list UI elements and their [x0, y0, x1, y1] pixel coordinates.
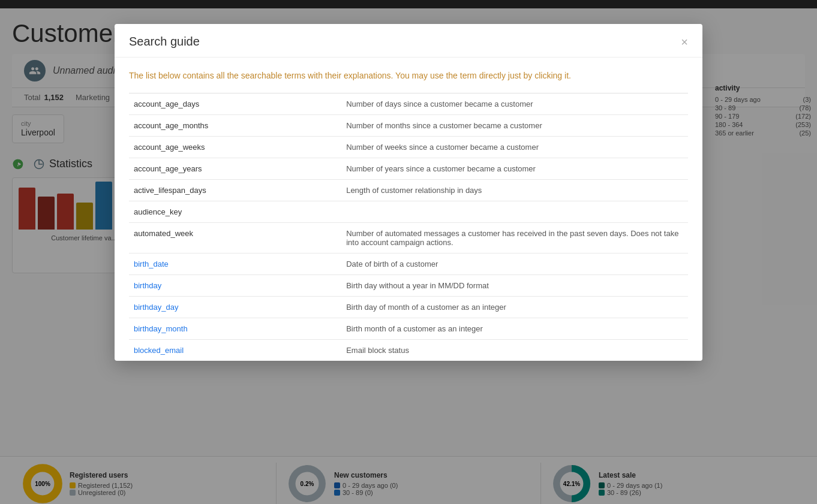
search-term-row: audience_key [129, 201, 688, 223]
modal-overlay: Search guide × The list below contains a… [0, 0, 817, 504]
search-description: Email block status [341, 340, 688, 361]
search-term-row: account_age_monthsNumber of months since… [129, 115, 688, 137]
search-term[interactable]: blocked_email [129, 340, 341, 361]
search-term-row: automated_weekNumber of automated messag… [129, 223, 688, 253]
search-description: Number of automated messages a customer … [341, 223, 688, 253]
modal-header: Search guide × [115, 24, 702, 58]
search-guide-modal: Search guide × The list below contains a… [115, 24, 702, 361]
search-term: active_lifespan_days [129, 180, 341, 201]
search-description [341, 201, 688, 223]
search-description: Date of birth of a customer [341, 253, 688, 275]
search-term-row[interactable]: birthdayBirth day without a year in MM/D… [129, 275, 688, 297]
search-term-row: active_lifespan_daysLength of customer r… [129, 180, 688, 201]
search-term: audience_key [129, 201, 341, 223]
search-term: account_age_days [129, 93, 341, 115]
search-description: Length of customer relationship in days [341, 180, 688, 201]
search-term[interactable]: birthday_day [129, 297, 341, 318]
search-description: Number of months since a customer became… [341, 115, 688, 137]
search-terms-table: account_age_daysNumber of days since a c… [129, 93, 688, 361]
search-term: account_age_weeks [129, 137, 341, 158]
modal-title: Search guide [129, 35, 200, 49]
search-term-row: account_age_weeksNumber of weeks since a… [129, 137, 688, 158]
search-term[interactable]: birth_date [129, 253, 341, 275]
search-term[interactable]: birthday [129, 275, 341, 297]
search-description: Number of days since a customer became a… [341, 93, 688, 115]
search-term[interactable]: birthday_month [129, 318, 341, 340]
modal-close-button[interactable]: × [681, 36, 688, 48]
search-term-row[interactable]: blocked_emailEmail block status [129, 340, 688, 361]
search-term-row[interactable]: birth_dateDate of birth of a customer [129, 253, 688, 275]
modal-body[interactable]: The list below contains all the searchab… [115, 58, 702, 361]
search-description: Birth day of month of a customer as an i… [341, 297, 688, 318]
search-term-row: account_age_daysNumber of days since a c… [129, 93, 688, 115]
search-terms-body: account_age_daysNumber of days since a c… [129, 93, 688, 361]
search-term-row: account_age_yearsNumber of years since a… [129, 158, 688, 180]
search-description: Number of weeks since a customer became … [341, 137, 688, 158]
search-term: account_age_months [129, 115, 341, 137]
search-description: Birth day without a year in MM/DD format [341, 275, 688, 297]
search-description: Birth month of a customer as an integer [341, 318, 688, 340]
modal-intro: The list below contains all the searchab… [129, 70, 688, 82]
search-term: automated_week [129, 223, 341, 253]
search-term: account_age_years [129, 158, 341, 180]
search-term-row[interactable]: birthday_monthBirth month of a customer … [129, 318, 688, 340]
search-description: Number of years since a customer became … [341, 158, 688, 180]
search-term-row[interactable]: birthday_dayBirth day of month of a cust… [129, 297, 688, 318]
